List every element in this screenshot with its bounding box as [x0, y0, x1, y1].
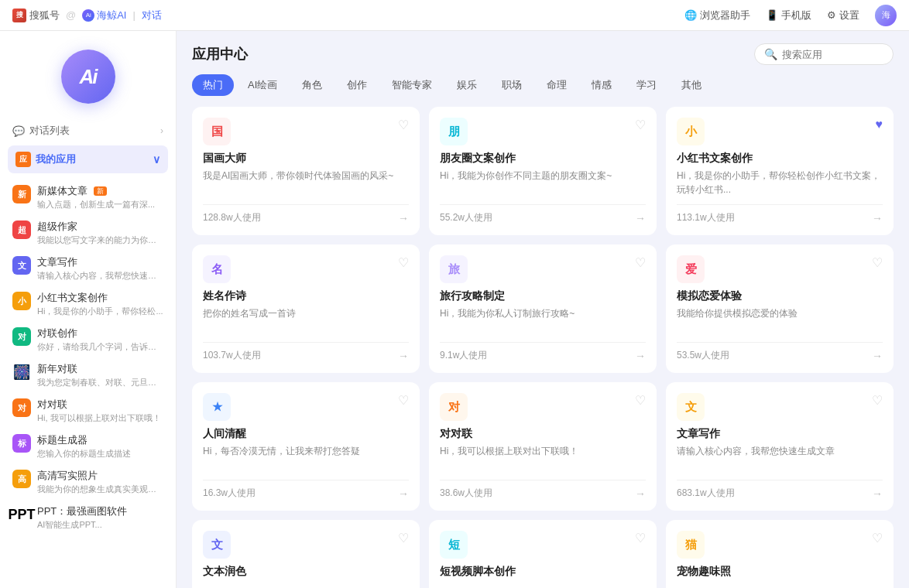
tab-ai-draw[interactable]: AI绘画: [237, 74, 288, 96]
app-card-friend-circle[interactable]: 朋 ♡ 朋友圈文案创作 Hi，我能为你创作不同主题的朋友圈文案~ 55.2w人使…: [429, 107, 657, 235]
browser-helper-button[interactable]: 🌐 浏览器助手: [684, 9, 750, 22]
sidebar-item-super-writer[interactable]: 超 超级作家 我能以您写文字来的能力为你的...: [0, 215, 176, 251]
heart-button-duilian2[interactable]: ♡: [635, 393, 646, 408]
sidebar-item-xiaohongshu[interactable]: 小 小红书文案创作 Hi，我是你的小助手，帮你轻松...: [0, 286, 176, 322]
tab-hot[interactable]: 热门: [192, 74, 234, 96]
sidebar-item-essay-writing[interactable]: 文 文章写作 请输入核心内容，我帮您快速生...: [0, 251, 176, 286]
heart-button-name-poem[interactable]: ♡: [398, 255, 409, 270]
topbar-logo: 搜 搜狐号 @ Ai 海鲸AI | 对话: [12, 9, 162, 22]
topbar-dialog-label[interactable]: 对话: [142, 9, 162, 22]
sidebar-item-title-super-writer: 超级作家: [37, 220, 163, 234]
app-icon-human-clear: ★: [203, 393, 231, 421]
sidebar-item-desc-ppt: AI智能生成PPT...: [37, 519, 163, 531]
app-title-travel-plan: 旅行攻略制定: [440, 289, 646, 303]
new-badge-new-media: 新: [94, 186, 107, 196]
app-desc-pet-photo: [677, 582, 883, 588]
heart-button-travel-plan[interactable]: ♡: [635, 255, 646, 270]
sidebar-item-duilian[interactable]: 对 对对联 Hi, 我可以根据上联对出下联哦！: [0, 393, 176, 429]
app-users-love-sim: 53.5w人使用: [677, 349, 729, 362]
app-card-travel-plan[interactable]: 旅 ♡ 旅行攻略制定 Hi，我能为你私人订制旅行攻略~ 9.1w人使用 →: [429, 244, 657, 373]
sidebar-item-duilian-create[interactable]: 对 对联创作 你好，请给我几个字词，告诉我...: [0, 322, 176, 357]
sohu-icon: 搜: [12, 9, 26, 22]
tab-role[interactable]: 角色: [291, 74, 333, 96]
topbar-brand: Ai 海鲸AI: [82, 9, 126, 22]
sidebar-item-hd-photo[interactable]: 高 高清写实照片 我能为你的想象生成真实美观的...: [0, 464, 176, 500]
my-apps-section: 应 我的应用 ∨: [8, 145, 168, 173]
content-area: 应用中心 🔍 热门AI绘画角色创作智能专家娱乐职场命理情感学习其他 国 ♡ 国画…: [177, 31, 909, 588]
tab-entertainment[interactable]: 娱乐: [446, 74, 488, 96]
app-card-header-pet-photo: 猫 ♡: [677, 531, 883, 559]
app-users-essay-writing2: 683.1w人使用: [677, 487, 735, 500]
app-card-pet-photo[interactable]: 猫 ♡ 宠物趣味照: [666, 520, 894, 588]
tab-emotion[interactable]: 情感: [581, 74, 623, 96]
heart-button-pet-photo[interactable]: ♡: [872, 531, 883, 545]
tab-study[interactable]: 学习: [626, 74, 667, 96]
app-users-friend-circle: 55.2w人使用: [440, 211, 492, 224]
app-icon-pet-photo: 猫: [677, 531, 705, 559]
heart-button-human-clear[interactable]: ♡: [398, 393, 409, 408]
app-card-header-travel-plan: 旅 ♡: [440, 255, 646, 283]
app-card-short-video[interactable]: 短 ♡ 短视频脚本创作: [429, 520, 657, 588]
avatar[interactable]: 海: [875, 5, 897, 26]
content-header: 应用中心 🔍: [192, 43, 894, 65]
tab-life[interactable]: 命理: [536, 74, 578, 96]
app-card-human-clear[interactable]: ★ ♡ 人间清醒 Hi，每否冷漠无情，让我来帮打您答疑 16.3w人使用 →: [192, 382, 420, 511]
app-title-essay-writing2: 文章写作: [677, 427, 883, 441]
app-card-duilian2[interactable]: 对 ♡ 对对联 Hi，我可以根据上联对出下联哦！ 38.6w人使用 →: [429, 382, 657, 511]
my-apps-chevron[interactable]: ∨: [153, 153, 160, 166]
app-card-header-xiaohongshu-copy: 小 ♥: [677, 118, 883, 145]
app-card-name-poem[interactable]: 名 ♡ 姓名作诗 把你的姓名写成一首诗 103.7w人使用 →: [192, 244, 420, 373]
sidebar-item-text-duilian: 对对联 Hi, 我可以根据上联对出下联哦！: [37, 398, 163, 424]
heart-button-guohua-master[interactable]: ♡: [398, 118, 409, 132]
app-arrow-friend-circle[interactable]: →: [635, 212, 646, 224]
sidebar-item-new-year[interactable]: 🎆 新年对联 我为您定制春联、对联、元旦诗...: [0, 357, 176, 393]
app-arrow-human-clear[interactable]: →: [398, 487, 409, 500]
sidebar-items-list: 新 新媒体文章 新 输入点题，创新生成一篇有深... 超 超级作家 我能以您写文…: [0, 179, 176, 535]
sidebar-item-new-media[interactable]: 新 新媒体文章 新 输入点题，创新生成一篇有深...: [0, 179, 176, 215]
app-card-header-love-sim: 爱 ♡: [677, 255, 883, 283]
app-desc-name-poem: 把你的姓名写成一首诗: [203, 306, 409, 334]
dialog-list-chevron[interactable]: ›: [160, 125, 163, 136]
search-input[interactable]: [782, 49, 883, 60]
app-arrow-guohua-master[interactable]: →: [398, 212, 409, 224]
sidebar-item-ppt[interactable]: PPT PPT：最强画图软件 AI智能生成PPT...: [0, 500, 176, 535]
app-arrow-love-sim[interactable]: →: [872, 350, 883, 362]
tab-create[interactable]: 创作: [336, 74, 378, 96]
sidebar-item-title-gen[interactable]: 标 标题生成器 您输入你的标题生成描述: [0, 429, 176, 464]
heart-button-xiaohongshu-copy[interactable]: ♥: [876, 118, 883, 132]
app-card-header-friend-circle: 朋 ♡: [440, 118, 646, 145]
app-desc-short-video: [440, 582, 646, 588]
heart-button-text-color[interactable]: ♡: [398, 531, 409, 545]
app-card-love-sim[interactable]: 爱 ♡ 模拟恋爱体验 我能给你提供模拟恋爱的体验 53.5w人使用 →: [666, 244, 894, 373]
app-title-friend-circle: 朋友圈文案创作: [440, 152, 646, 166]
mobile-icon: 📱: [766, 9, 778, 21]
app-arrow-essay-writing2[interactable]: →: [872, 487, 883, 500]
app-users-name-poem: 103.7w人使用: [203, 349, 261, 362]
settings-button[interactable]: ⚙ 设置: [827, 9, 859, 22]
app-arrow-name-poem[interactable]: →: [398, 350, 409, 362]
heart-button-love-sim[interactable]: ♡: [872, 255, 883, 270]
heart-button-friend-circle[interactable]: ♡: [635, 118, 646, 132]
sidebar-item-desc-essay-writing: 请输入核心内容，我帮您快速生...: [37, 270, 163, 282]
app-arrow-xiaohongshu-copy[interactable]: →: [872, 212, 883, 224]
app-footer-xiaohongshu-copy: 113.1w人使用 →: [677, 204, 883, 224]
tab-workplace[interactable]: 职场: [491, 74, 533, 96]
sidebar-item-icon-hd-photo: 高: [12, 470, 31, 488]
app-arrow-duilian2[interactable]: →: [635, 487, 646, 500]
app-users-guohua-master: 128.8w人使用: [203, 211, 261, 224]
app-card-text-color[interactable]: 文 ♡ 文本润色: [192, 520, 420, 588]
tab-expert[interactable]: 智能专家: [381, 74, 443, 96]
my-apps-header[interactable]: 应 我的应用 ∨: [15, 152, 160, 167]
app-title-name-poem: 姓名作诗: [203, 289, 409, 303]
sidebar-item-desc-super-writer: 我能以您写文字来的能力为你的...: [37, 234, 163, 246]
app-arrow-travel-plan[interactable]: →: [635, 350, 646, 362]
app-card-essay-writing2[interactable]: 文 ♡ 文章写作 请输入核心内容，我帮您快速生成文章 683.1w人使用 →: [666, 382, 894, 511]
heart-button-short-video[interactable]: ♡: [635, 531, 646, 545]
app-card-xiaohongshu-copy[interactable]: 小 ♥ 小红书文案创作 Hi，我是你的小助手，帮你轻松创作小红书文案，玩转小红书…: [666, 107, 894, 235]
mobile-version-button[interactable]: 📱 手机版: [766, 9, 811, 22]
sidebar-item-title-new-media: 新媒体文章 新: [37, 184, 163, 198]
app-card-guohua-master[interactable]: 国 ♡ 国画大师 我是AI国画大师，带你领时代体验国画的风采~ 128.8w人使…: [192, 107, 420, 235]
app-footer-human-clear: 16.3w人使用 →: [203, 480, 409, 500]
tab-other[interactable]: 其他: [671, 74, 712, 96]
heart-button-essay-writing2[interactable]: ♡: [872, 393, 883, 408]
